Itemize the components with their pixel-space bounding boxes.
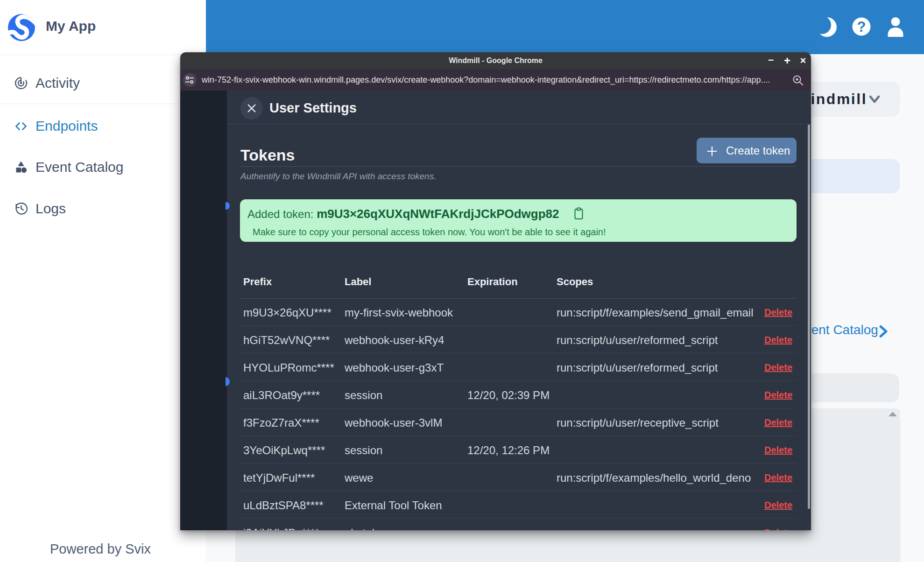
svg-text:?: ? [857, 19, 866, 35]
